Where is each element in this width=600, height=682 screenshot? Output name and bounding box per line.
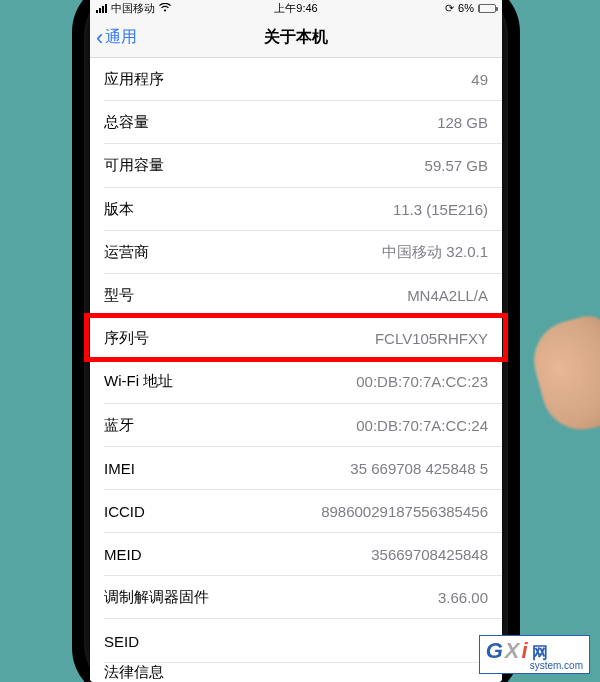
row-label: Wi-Fi 地址 <box>104 372 173 391</box>
row-label: 总容量 <box>104 113 149 132</box>
back-label: 通用 <box>105 27 137 48</box>
watermark: GXi 网 system.com <box>479 635 590 674</box>
rotation-lock-icon: ⟳ <box>445 2 454 15</box>
row-label: SEID <box>104 633 139 650</box>
screen: 中国移动 上午9:46 ⟳ 6% ‹ 通用 关于本机 <box>90 0 502 682</box>
row-value: 128 GB <box>437 114 488 131</box>
row-value: 00:DB:70:7A:CC:24 <box>356 417 488 434</box>
row-value: 35669708425848 <box>371 546 488 563</box>
row-label: ICCID <box>104 503 145 520</box>
table-row: Wi-Fi 地址00:DB:70:7A:CC:23 <box>90 360 502 403</box>
table-row: 蓝牙00:DB:70:7A:CC:24 <box>90 404 502 447</box>
wifi-icon <box>159 2 171 14</box>
table-row: IMEI35 669708 425848 5 <box>90 447 502 490</box>
phone-bezel: 中国移动 上午9:46 ⟳ 6% ‹ 通用 关于本机 <box>84 0 508 682</box>
table-row: 调制解调器固件3.66.00 <box>90 576 502 619</box>
status-right: ⟳ 6% <box>445 2 496 15</box>
table-row: 应用程序49 <box>90 58 502 101</box>
row-label: IMEI <box>104 460 135 477</box>
row-value: 00:DB:70:7A:CC:23 <box>356 373 488 390</box>
row-label: MEID <box>104 546 142 563</box>
row-value: 3.66.00 <box>438 589 488 606</box>
table-row: 运营商中国移动 32.0.1 <box>90 231 502 274</box>
table-row[interactable]: SEID› <box>90 619 502 662</box>
table-row[interactable]: 法律信息 <box>90 663 502 682</box>
row-value: 49 <box>471 71 488 88</box>
nav-title: 关于本机 <box>264 27 328 48</box>
table-row: 总容量128 GB <box>90 101 502 144</box>
row-label: 运营商 <box>104 243 149 262</box>
table-row: MEID35669708425848 <box>90 533 502 576</box>
phone-frame: 中国移动 上午9:46 ⟳ 6% ‹ 通用 关于本机 <box>72 0 520 682</box>
battery-icon <box>478 4 496 13</box>
carrier-label: 中国移动 <box>111 1 155 16</box>
row-label: 法律信息 <box>104 663 164 682</box>
row-value: 59.57 GB <box>425 157 488 174</box>
row-label: 序列号 <box>104 329 149 348</box>
row-label: 型号 <box>104 286 134 305</box>
table-row: 可用容量59.57 GB <box>90 144 502 187</box>
row-value: 11.3 (15E216) <box>393 201 488 218</box>
signal-icon <box>96 4 107 13</box>
row-value: FCLV105RHFXY <box>375 330 488 347</box>
row-value: 35 669708 425848 5 <box>350 460 488 477</box>
table-row: 型号MN4A2LL/A <box>90 274 502 317</box>
status-time: 上午9:46 <box>274 1 317 16</box>
chevron-left-icon: ‹ <box>96 27 103 49</box>
row-value: 89860029187556385456 <box>321 503 488 520</box>
row-label: 可用容量 <box>104 156 164 175</box>
table-row: 版本11.3 (15E216) <box>90 188 502 231</box>
battery-percent: 6% <box>458 2 474 14</box>
row-label: 调制解调器固件 <box>104 588 209 607</box>
table-row: ICCID89860029187556385456 <box>90 490 502 533</box>
status-left: 中国移动 <box>96 1 171 16</box>
row-value: 中国移动 32.0.1 <box>382 243 488 262</box>
row-label: 应用程序 <box>104 70 164 89</box>
status-bar: 中国移动 上午9:46 ⟳ 6% <box>90 0 502 18</box>
row-label: 版本 <box>104 200 134 219</box>
table-row: 序列号FCLV105RHFXY <box>90 317 502 360</box>
row-label: 蓝牙 <box>104 416 134 435</box>
back-button[interactable]: ‹ 通用 <box>90 27 137 49</box>
settings-list[interactable]: 应用程序49总容量128 GB可用容量59.57 GB版本11.3 (15E21… <box>90 58 502 682</box>
row-value: MN4A2LL/A <box>407 287 488 304</box>
nav-bar: ‹ 通用 关于本机 <box>90 18 502 58</box>
finger <box>525 312 600 439</box>
